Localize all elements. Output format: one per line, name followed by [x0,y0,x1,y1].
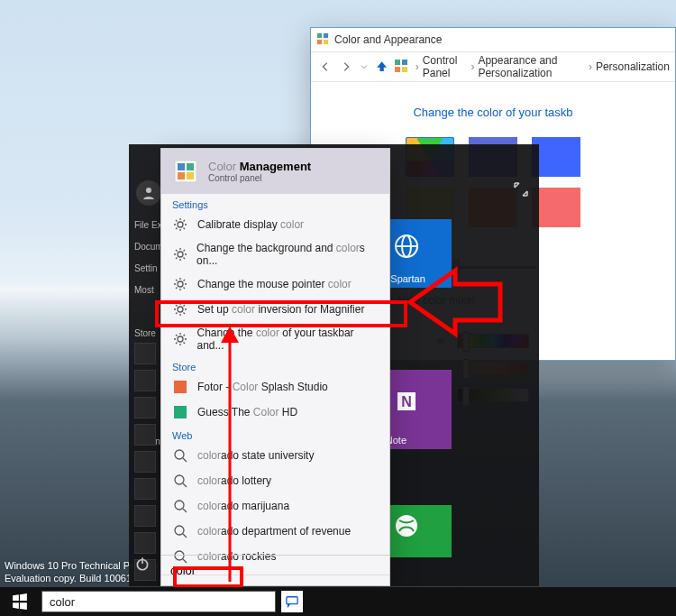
pinned-app[interactable] [134,478,156,500]
pinned-app[interactable] [134,343,156,364]
svg-line-36 [183,509,187,512]
pinned-app[interactable] [134,505,156,527]
nav-toolbar: ›Control Panel ›Appearance and Personali… [311,51,675,82]
svg-line-38 [183,534,187,538]
section-web: Web [161,425,389,443]
pinned-app[interactable] [134,370,156,391]
recent-dropdown[interactable] [358,56,370,78]
start-button[interactable] [0,587,40,616]
search-icon [172,447,188,464]
search-result-setting[interactable]: Change the background and colors on... [161,237,389,271]
gear-icon [172,276,188,292]
pinned-app[interactable] [134,397,156,418]
gear-icon [172,331,187,347]
taskbar-search[interactable]: color [41,591,276,612]
svg-rect-30 [174,406,187,418]
svg-point-24 [178,222,183,227]
pinned-app[interactable] [134,451,156,473]
svg-rect-22 [178,172,185,179]
svg-point-26 [178,281,183,287]
svg-rect-2 [317,39,322,43]
section-settings: Settings [161,194,389,212]
search-result-web[interactable]: colorado state university [161,443,389,468]
svg-point-25 [178,252,183,257]
start-left-item[interactable]: Most [134,280,163,301]
svg-rect-29 [174,381,187,393]
search-icon [172,498,188,514]
search-icon [172,523,188,539]
color-swatch[interactable] [532,188,580,227]
svg-point-33 [175,475,184,484]
svg-rect-20 [178,163,185,170]
color-management-icon [172,158,199,185]
window-titlebar[interactable]: Color and Appearance [311,28,675,51]
app-icon [172,404,188,420]
svg-point-18 [396,515,417,537]
svg-rect-48 [287,597,297,604]
expand-icon[interactable] [512,180,530,202]
gear-icon [172,216,188,233]
search-result-setting[interactable]: Change the color of your taskbar and... [161,322,389,356]
app-icon [172,379,188,395]
search-result-setting[interactable]: Set up color inversion for Magnifier [161,297,389,322]
search-result-web[interactable]: colorado lottery [161,468,389,493]
taskbar[interactable]: color [0,587,676,616]
power-icon[interactable] [134,556,151,575]
svg-line-32 [183,458,187,462]
svg-rect-0 [317,32,322,37]
start-left-item[interactable] [134,301,163,323]
search-result-store[interactable]: Fotor - Color Splash Studio [161,374,389,400]
top-result[interactable]: Color Management Control panel [161,149,389,194]
window-title: Color and Appearance [334,33,442,46]
svg-point-31 [175,450,184,459]
svg-rect-4 [395,60,400,65]
page-title: Change the color of your taskb [347,106,639,119]
search-result-web[interactable]: colorado marijuana [161,493,389,519]
svg-rect-21 [187,163,194,170]
start-left-item[interactable]: Store [134,323,163,345]
up-button[interactable] [374,57,389,77]
search-result-web[interactable]: colorado department of revenue [161,519,389,544]
gear-icon [172,301,188,317]
svg-line-34 [183,483,187,487]
color-swatch[interactable] [532,137,580,177]
breadcrumb-icon [394,59,408,76]
svg-rect-7 [402,67,407,72]
user-avatar[interactable] [136,180,161,206]
window-icon [316,32,329,48]
svg-rect-6 [395,67,400,72]
search-result-store[interactable]: Guess The Color HD [161,400,389,425]
start-left-item[interactable]: Docum [134,236,163,258]
back-button[interactable] [316,56,333,78]
svg-rect-23 [187,172,194,179]
breadcrumb: ›Control Panel ›Appearance and Personali… [416,54,670,79]
pinned-app[interactable] [134,532,156,554]
pinned-app[interactable] [134,424,156,446]
top-result-source: Control panel [208,173,311,183]
svg-point-37 [175,526,184,535]
forward-button[interactable] [337,56,354,78]
crumb-control-panel[interactable]: Control Panel [423,54,468,79]
svg-point-28 [178,336,183,342]
svg-rect-1 [324,32,328,37]
svg-point-35 [175,501,184,510]
svg-point-9 [146,188,151,193]
search-panel[interactable]: Color Management Control panel Settings … [160,148,390,586]
section-store: Store [161,356,389,374]
svg-point-27 [178,307,183,312]
svg-rect-5 [402,60,407,65]
svg-text:N: N [401,394,412,409]
search-result-setting[interactable]: Change the mouse pointer color [161,271,389,297]
crumb-personalization[interactable]: Personalization [596,60,670,73]
start-left-item[interactable]: File Ex [134,215,163,236]
crumb-appearance[interactable]: Appearance and Personalization [478,54,585,79]
feedback-icon[interactable] [281,591,303,612]
search-result-setting[interactable]: Calibrate display color [161,212,389,237]
search-input[interactable] [170,564,380,577]
top-result-title: Color Management [208,160,311,173]
svg-rect-3 [324,39,328,43]
start-pinned-apps [134,343,156,581]
search-icon [172,473,188,489]
start-left-item[interactable]: Settin [134,258,163,280]
gear-icon [172,246,187,262]
